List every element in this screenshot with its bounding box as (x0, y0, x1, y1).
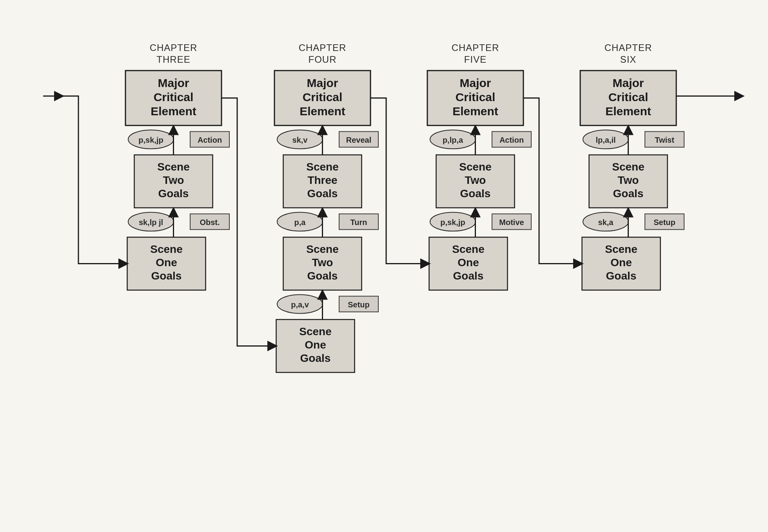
character-oval-label: lp,a,il (596, 136, 615, 144)
chapter-column: CHAPTERFIVEMajorCriticalElementp,lp,aAct… (370, 42, 531, 290)
scene-tag-label: Reveal (346, 136, 372, 144)
character-oval-label: sk,lp jl (139, 218, 163, 227)
chapter-connector (523, 98, 582, 264)
scene-tag-label: Action (499, 136, 524, 144)
chapter-column: CHAPTERSIXMajorCriticalElementlp,a,ilTwi… (523, 42, 684, 290)
chapter-heading: CHAPTERFIVE (452, 42, 499, 65)
character-oval-label: p,lp,a (443, 136, 463, 144)
scene-tag-label: Setup (654, 218, 675, 227)
character-oval-label: p,a (294, 218, 306, 227)
scene-tag-label: Obst. (200, 218, 220, 227)
character-oval-label: p,sk,jp (440, 218, 465, 227)
chapter-heading: CHAPTERSIX (605, 42, 652, 65)
chapter-heading: CHAPTERTHREE (150, 42, 198, 65)
chapter-column: CHAPTERFOURMajorCriticalElementsk,vRevea… (222, 42, 378, 372)
chapter-column: CHAPTERTHREEMajorCriticalElementp,sk,jpA… (63, 42, 229, 290)
chapter-heading: CHAPTERFOUR (299, 42, 347, 65)
story-structure-diagram: CHAPTERTHREEMajorCriticalElementp,sk,jpA… (0, 0, 768, 532)
scene-tag-label: Motive (499, 218, 524, 227)
character-oval-label: sk,v (292, 136, 308, 144)
scene-tag-label: Twist (655, 136, 674, 144)
character-oval-label: sk,a (598, 218, 614, 227)
svg-text:SceneThreeGoals: SceneThreeGoals (306, 161, 339, 200)
chapter-connector (370, 98, 429, 264)
scene-tag-label: Turn (350, 218, 367, 227)
scene-tag-label: Action (198, 136, 222, 144)
scene-tag-label: Setup (348, 300, 370, 309)
character-oval-label: p,a,v (291, 300, 309, 309)
character-oval-label: p,sk,jp (138, 136, 163, 144)
chapter-connector (63, 96, 127, 264)
